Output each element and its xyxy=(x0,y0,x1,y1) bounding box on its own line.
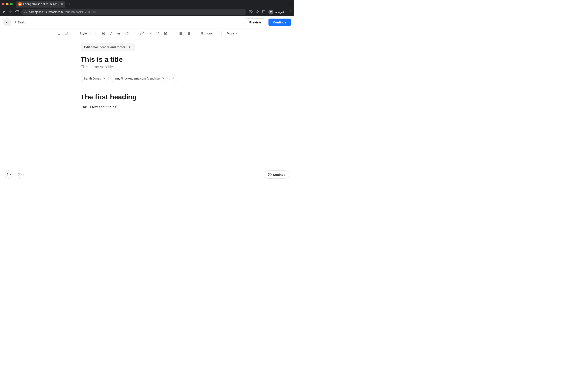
back-button[interactable] xyxy=(3,18,11,26)
svg-point-8 xyxy=(271,12,272,13)
preview-button[interactable]: Preview xyxy=(245,18,265,26)
caret-down-icon: ▼ xyxy=(235,32,237,34)
incognito-icon xyxy=(268,9,273,15)
strikethrough-button[interactable] xyxy=(115,30,122,37)
audio-button[interactable] xyxy=(154,30,161,37)
style-dropdown[interactable]: Style ▼ xyxy=(78,32,91,35)
svg-point-11 xyxy=(290,12,291,13)
incognito-label: Incognito xyxy=(275,11,285,14)
editor-toolbar: Style ▼ xyxy=(0,29,294,38)
status-dot-icon xyxy=(15,21,16,23)
lock-icon xyxy=(24,10,27,14)
post-subtitle-input[interactable]: This is my subtitle xyxy=(81,65,213,69)
draft-status: Draft xyxy=(15,21,25,24)
svg-rect-2 xyxy=(25,12,26,13)
settings-label: Settings xyxy=(273,173,285,176)
close-window-icon[interactable] xyxy=(2,3,4,5)
url-path: /publish/post/112635110 xyxy=(65,10,96,14)
history-button[interactable] xyxy=(5,170,13,179)
tab-title: Editing "This is a title" - Subst… xyxy=(23,3,59,6)
url-input[interactable]: sarahjonas1.substack.com/publish/post/11… xyxy=(21,9,246,15)
image-button[interactable] xyxy=(146,30,153,37)
body-paragraph[interactable]: This is text about thing xyxy=(81,105,117,109)
svg-point-7 xyxy=(270,12,271,13)
gear-icon xyxy=(268,173,272,176)
window-controls xyxy=(2,3,13,5)
new-tab-button[interactable]: + xyxy=(67,1,73,7)
body-paragraph-text: This is text about thing xyxy=(81,105,116,109)
svg-point-9 xyxy=(290,10,291,11)
svg-point-24 xyxy=(179,34,179,35)
panel-icon[interactable] xyxy=(262,10,266,14)
italic-button[interactable] xyxy=(108,30,114,37)
kebab-menu-icon[interactable] xyxy=(288,10,292,14)
svg-point-18 xyxy=(149,33,149,33)
svg-line-15 xyxy=(111,32,112,35)
more-dropdown[interactable]: More ▼ xyxy=(226,32,239,35)
svg-point-36 xyxy=(19,174,20,174)
bullet-list-button[interactable] xyxy=(177,30,184,37)
svg-rect-5 xyxy=(262,10,265,13)
email-header-label: Edit email header and footer xyxy=(84,45,125,49)
close-tab-icon[interactable]: ✕ xyxy=(61,2,63,6)
buttons-dropdown[interactable]: Buttons ▼ xyxy=(200,32,217,35)
svg-point-23 xyxy=(179,33,179,34)
address-bar: sarahjonas1.substack.com/publish/post/11… xyxy=(0,8,294,16)
reload-icon[interactable] xyxy=(15,10,19,14)
svg-point-22 xyxy=(179,32,179,33)
browser-tab[interactable]: Editing "This is a title" - Subst… ✕ xyxy=(16,1,65,8)
chevron-right-icon xyxy=(128,46,131,49)
continue-button[interactable]: Continue xyxy=(268,18,291,26)
add-author-button[interactable] xyxy=(169,74,177,82)
bottom-right-actions: Settings xyxy=(264,170,289,179)
remove-author-icon[interactable] xyxy=(103,77,106,80)
svg-point-37 xyxy=(269,174,270,175)
svg-point-10 xyxy=(290,11,291,12)
browser-chrome: Editing "This is a title" - Subst… ✕ + s… xyxy=(0,0,294,16)
caret-down-icon: ▼ xyxy=(88,32,90,34)
more-label: More xyxy=(227,32,234,35)
undo-button[interactable] xyxy=(55,30,62,37)
status-label: Draft xyxy=(18,21,25,24)
bottom-left-actions xyxy=(5,170,24,179)
edit-email-header-button[interactable]: Edit email header and footer xyxy=(81,43,135,51)
app-header: Draft Preview Continue xyxy=(0,16,294,29)
settings-button[interactable]: Settings xyxy=(264,170,289,179)
caret-down-icon: ▼ xyxy=(214,32,216,34)
insert-block-button[interactable] xyxy=(162,30,169,37)
forward-icon xyxy=(9,10,12,14)
nav-controls xyxy=(2,10,19,14)
maximize-window-icon[interactable] xyxy=(10,3,13,5)
tabs-dropdown-icon[interactable] xyxy=(289,2,292,6)
author-name: ramy@rocketgems.com (pending) xyxy=(113,77,160,80)
text-cursor-icon xyxy=(117,105,117,109)
editor-content: Edit email header and footer This is a t… xyxy=(0,38,294,109)
style-label: Style xyxy=(80,32,87,35)
svg-marker-4 xyxy=(256,10,259,13)
eye-off-icon[interactable] xyxy=(249,10,252,14)
minimize-window-icon[interactable] xyxy=(6,3,9,5)
back-icon[interactable] xyxy=(2,10,6,14)
bold-button[interactable] xyxy=(100,30,107,37)
post-title-input[interactable]: This is a title xyxy=(81,55,213,63)
author-chip[interactable]: ramy@rocketgems.com (pending) xyxy=(111,75,168,82)
buttons-label: Buttons xyxy=(201,32,213,35)
browser-actions: Incognito xyxy=(249,9,292,15)
substack-favicon-icon xyxy=(18,2,22,6)
author-name: Sarah Jonas xyxy=(84,77,101,80)
incognito-badge[interactable]: Incognito xyxy=(268,9,285,15)
body-heading[interactable]: The first heading xyxy=(81,93,213,101)
redo-button[interactable] xyxy=(63,30,70,37)
code-button[interactable] xyxy=(123,30,130,37)
remove-author-icon[interactable] xyxy=(162,77,164,80)
author-chip[interactable]: Sarah Jonas xyxy=(81,75,109,82)
info-button[interactable] xyxy=(16,170,24,179)
star-icon[interactable] xyxy=(255,10,259,14)
link-button[interactable] xyxy=(138,30,145,37)
url-domain: sarahjonas1.substack.com xyxy=(29,10,63,14)
numbered-list-button[interactable] xyxy=(185,30,192,37)
author-chips: Sarah Jonas ramy@rocketgems.com (pending… xyxy=(81,74,213,82)
tab-strip: Editing "This is a title" - Subst… ✕ + xyxy=(0,0,294,8)
